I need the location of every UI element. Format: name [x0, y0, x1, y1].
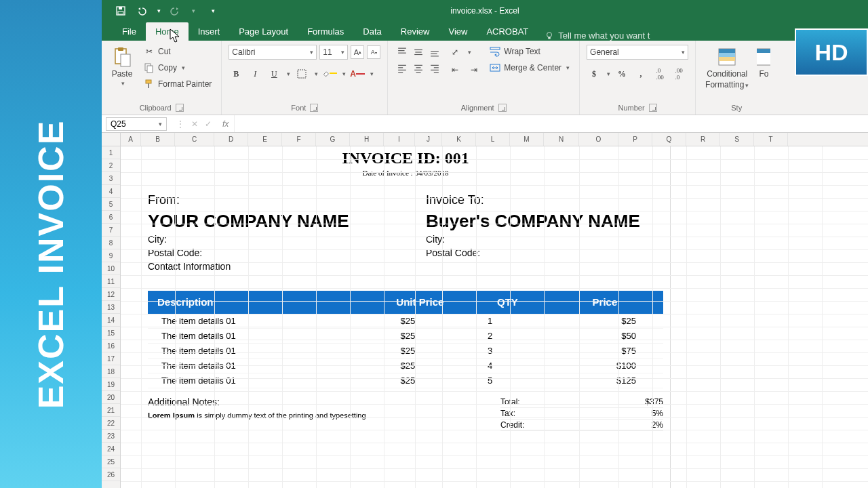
enter-icon[interactable]: ✓	[205, 119, 212, 129]
tab-review[interactable]: Review	[391, 22, 439, 41]
paste-button[interactable]: Paste ▾	[108, 45, 136, 88]
row-header[interactable]: 15	[102, 327, 120, 340]
row-header[interactable]: 21	[102, 404, 120, 417]
border-button[interactable]	[294, 66, 309, 81]
align-bottom-button[interactable]	[427, 45, 442, 60]
tab-view[interactable]: View	[439, 22, 477, 41]
row-header[interactable]: 11	[102, 275, 120, 288]
name-box[interactable]: Q25▾	[106, 117, 167, 131]
fx-icon[interactable]: fx	[222, 119, 229, 129]
row-header[interactable]: 24	[102, 443, 120, 455]
col-header[interactable]: K	[442, 133, 476, 146]
chevron-down-icon[interactable]: ▾	[468, 49, 471, 56]
col-header[interactable]: E	[248, 133, 282, 146]
col-header[interactable]: M	[510, 133, 544, 146]
bold-button[interactable]: B	[229, 66, 243, 81]
col-header[interactable]: Q	[652, 133, 686, 146]
col-header[interactable]: J	[415, 133, 442, 146]
format-as-table-button[interactable]: Fo	[757, 45, 770, 80]
row-header[interactable]: 2	[102, 159, 120, 172]
align-left-button[interactable]	[395, 61, 410, 76]
tab-page-layout[interactable]: Page Layout	[229, 22, 298, 41]
cancel-icon[interactable]: ✕	[191, 119, 198, 129]
tab-data[interactable]: Data	[353, 22, 391, 41]
col-header[interactable]: D	[214, 133, 248, 146]
row-header[interactable]: 16	[102, 340, 120, 352]
dialog-launcher-icon[interactable]	[176, 104, 184, 112]
row-header[interactable]: 22	[102, 417, 120, 430]
accounting-format-button[interactable]: $	[587, 66, 601, 81]
col-header[interactable]: H	[350, 133, 384, 146]
row-header[interactable]: 17	[102, 352, 120, 365]
worksheet-grid[interactable]: 1234567891011121314151617181920212223242…	[102, 133, 868, 488]
orientation-button[interactable]: ⤢	[448, 45, 462, 60]
dialog-launcher-icon[interactable]	[310, 104, 318, 112]
col-header[interactable]: P	[618, 133, 652, 146]
comma-format-button[interactable]: ,	[633, 66, 648, 81]
select-all-corner[interactable]	[102, 133, 120, 146]
tab-file[interactable]: File	[113, 22, 146, 41]
grow-font-button[interactable]: A▴	[351, 45, 364, 59]
cut-button[interactable]: ✂Cut	[141, 45, 214, 58]
row-header[interactable]: 20	[102, 391, 120, 404]
row-header[interactable]: 12	[102, 288, 120, 301]
chevron-down-icon[interactable]: ▾	[607, 70, 610, 77]
format-painter-button[interactable]: Format Painter	[141, 77, 214, 91]
row-header[interactable]: 6	[102, 211, 120, 224]
save-icon[interactable]	[115, 5, 126, 16]
col-header[interactable]: A	[121, 133, 141, 146]
align-right-button[interactable]	[427, 61, 442, 76]
font-color-button[interactable]: A	[350, 66, 365, 81]
dialog-launcher-icon[interactable]	[498, 104, 507, 112]
col-header[interactable]: C	[175, 133, 214, 146]
row-header[interactable]: 4	[102, 185, 120, 198]
number-format-combo[interactable]: General▾	[587, 45, 688, 60]
copy-button[interactable]: Copy▾	[141, 61, 214, 75]
col-header[interactable]: R	[686, 133, 720, 146]
redo-caret-icon[interactable]: ▾	[192, 7, 195, 14]
undo-caret-icon[interactable]: ▾	[157, 7, 161, 14]
align-center-button[interactable]	[411, 61, 426, 76]
wrap-text-button[interactable]: Wrap Text	[487, 45, 572, 58]
row-header[interactable]: 3	[102, 172, 120, 185]
row-header[interactable]: 1	[102, 146, 120, 159]
col-header[interactable]: G	[316, 133, 350, 146]
cells-area[interactable]: INVOICE ID: 001 Date of Invoice : 04/03/…	[121, 146, 868, 488]
redo-icon[interactable]	[170, 5, 181, 16]
row-header[interactable]: 13	[102, 301, 120, 314]
chevron-down-icon[interactable]: ▾	[287, 70, 290, 77]
tell-me[interactable]: Tell me what you want t	[545, 30, 650, 41]
col-header[interactable]: T	[754, 133, 788, 146]
decrease-decimal-button[interactable]: .00.0	[671, 66, 686, 81]
align-middle-button[interactable]	[411, 45, 426, 60]
italic-button[interactable]: I	[248, 66, 262, 81]
row-header[interactable]: 18	[102, 365, 120, 378]
row-header[interactable]: 7	[102, 224, 120, 237]
merge-center-button[interactable]: Merge & Center▾	[487, 61, 572, 75]
align-top-button[interactable]	[395, 45, 410, 60]
font-name-combo[interactable]: Calibri▾	[229, 45, 317, 60]
increase-decimal-button[interactable]: .0.00	[652, 66, 667, 81]
chevron-down-icon[interactable]: ▾	[342, 70, 346, 77]
col-header[interactable]: I	[384, 133, 415, 146]
row-header[interactable]: 23	[102, 430, 120, 443]
tab-home[interactable]: Home	[146, 22, 189, 41]
undo-icon[interactable]	[136, 5, 146, 16]
col-header[interactable]: O	[579, 133, 618, 146]
chevron-down-icon[interactable]: ▾	[370, 70, 374, 77]
formula-input[interactable]	[234, 115, 868, 132]
col-header[interactable]: S	[720, 133, 754, 146]
row-header[interactable]: 10	[102, 262, 120, 275]
chevron-down-icon[interactable]: ▾	[315, 70, 318, 77]
row-header[interactable]: 25	[102, 455, 120, 468]
row-header[interactable]: 8	[102, 237, 120, 249]
increase-indent-button[interactable]: ⇥	[467, 62, 481, 77]
dialog-launcher-icon[interactable]	[649, 104, 657, 112]
tab-acrobat[interactable]: ACROBAT	[477, 22, 538, 41]
shrink-font-button[interactable]: A▾	[367, 45, 380, 59]
row-header[interactable]: 5	[102, 198, 120, 211]
underline-button[interactable]: U	[267, 66, 281, 81]
tab-formulas[interactable]: Formulas	[298, 22, 353, 41]
qat-customize-icon[interactable]: ▾	[212, 7, 215, 14]
percent-format-button[interactable]: %	[614, 66, 629, 81]
